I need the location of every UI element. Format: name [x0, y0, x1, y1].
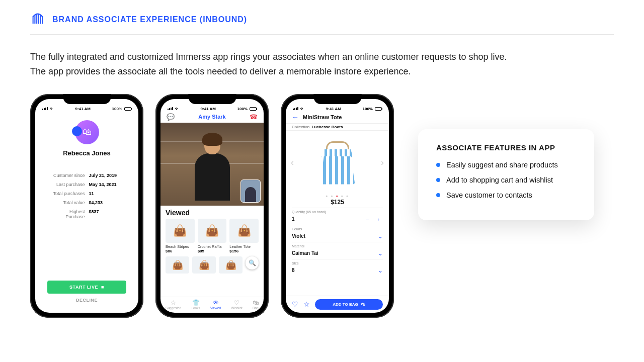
bullet-icon	[436, 193, 440, 197]
favorite-star-icon[interactable]: ☆	[303, 300, 310, 308]
tab-bar: ☆Suggested 👕Looks 👁Viewed ♡Wishlist 🛍Bag	[160, 297, 264, 313]
tab-looks[interactable]: 👕Looks	[191, 299, 200, 310]
product-thumb[interactable]: 👜	[192, 256, 216, 274]
feature-item: Easily suggest and share products	[436, 161, 576, 169]
hangup-icon[interactable]: ☎	[250, 113, 258, 121]
product-card[interactable]: 👜Beach Stripes$86	[166, 219, 195, 253]
phone-notch	[313, 94, 361, 104]
viewed-heading: Viewed	[160, 206, 264, 219]
start-live-button[interactable]: START LIVE■	[47, 281, 126, 294]
features-card: ASSOCIATE FEATURES IN APP Easily suggest…	[418, 129, 594, 220]
phone-notch	[188, 94, 236, 104]
option-material[interactable]: MaterialCaiman Tai⌄	[292, 242, 383, 259]
phone-product-detail: ᯤ 9:41 AM 100% ← MiniStraw Tote Collecti…	[281, 94, 394, 318]
tab-wishlist[interactable]: ♡Wishlist	[231, 299, 242, 310]
phone-customer-profile: ᯤ 9:41 AM 100% 🛍 Rebecca Jones Customer …	[30, 94, 143, 318]
customer-avatar: 🛍	[75, 120, 99, 144]
shopping-bag-icon: 🛍	[83, 127, 92, 137]
status-time: 9:41 AM	[75, 107, 91, 111]
product-thumb[interactable]: 👜	[166, 256, 189, 274]
chevron-right-icon[interactable]: ›	[381, 157, 384, 168]
search-icon: 🔍	[249, 259, 256, 266]
tab-suggested[interactable]: ☆Suggested	[166, 299, 181, 310]
content-row: ᯤ 9:41 AM 100% 🛍 Rebecca Jones Customer …	[30, 94, 614, 318]
back-button[interactable]: ←	[292, 113, 299, 121]
page-header: BRAND ASSOCIATE EXPERIENCE (INBOUND)	[30, 11, 614, 35]
product-collection: Collection Luchesse Boots	[286, 123, 389, 131]
product-image	[317, 141, 358, 185]
search-button[interactable]: 🔍	[246, 256, 259, 269]
bullet-icon	[436, 178, 440, 182]
bag-icon: 🛍	[361, 302, 365, 307]
pip-self-view[interactable]	[240, 179, 261, 203]
phone-notch	[63, 94, 111, 104]
product-thumb[interactable]: 👜	[219, 256, 243, 274]
customer-name: Rebecca Jones	[63, 149, 111, 157]
intro-line-1: The fully integrated and customized Imme…	[30, 50, 614, 64]
page-title: BRAND ASSOCIATE EXPERIENCE (INBOUND)	[52, 15, 247, 24]
viewed-products: 👜Beach Stripes$86 👜Crochet Raffia$85 👜Le…	[160, 219, 264, 253]
feature-item: Add to shopping cart and wishlist	[436, 176, 576, 184]
product-price: $125	[286, 199, 389, 206]
chat-icon[interactable]: 💬	[167, 113, 175, 121]
phones: ᯤ 9:41 AM 100% 🛍 Rebecca Jones Customer …	[30, 94, 394, 318]
add-to-bag-button[interactable]: ADD TO BAG🛍	[315, 299, 383, 310]
chevron-down-icon: ⌄	[378, 233, 383, 240]
quantity-row: Quantity (65 on hand)1 − +	[292, 208, 383, 225]
option-colors[interactable]: ColorsViolet⌄	[292, 225, 383, 242]
product-card[interactable]: 👜Leather Tote$156	[229, 219, 259, 253]
chevron-down-icon: ⌄	[378, 267, 383, 274]
page: BRAND ASSOCIATE EXPERIENCE (INBOUND) The…	[0, 0, 644, 362]
quantity-stepper[interactable]: − +	[366, 217, 383, 223]
video-feed	[160, 123, 264, 206]
product-title: MiniStraw Tote	[303, 114, 342, 120]
option-size[interactable]: Size8⌄	[292, 259, 383, 276]
product-carousel: ‹ ›	[286, 131, 389, 195]
chevron-down-icon: ⌄	[378, 250, 383, 257]
product-card[interactable]: 👜Crochet Raffia$85	[198, 219, 227, 253]
tab-viewed[interactable]: 👁Viewed	[210, 299, 221, 310]
customer-stats: Customer sinceJuly 21, 2019 Last purchas…	[45, 171, 128, 221]
bullet-icon	[436, 163, 440, 167]
chevron-left-icon[interactable]: ‹	[291, 157, 294, 168]
features-title: ASSOCIATE FEATURES IN APP	[436, 143, 576, 152]
wishlist-heart-icon[interactable]: ♡	[292, 300, 298, 308]
tab-bag[interactable]: 🛍Bag	[253, 299, 259, 310]
intro-text: The fully integrated and customized Imme…	[30, 50, 614, 79]
status-battery: 100%	[112, 107, 122, 111]
brand-logo-icon	[30, 11, 45, 28]
video-icon: ■	[101, 285, 104, 290]
decline-button[interactable]: DECLINE	[47, 298, 126, 303]
phone-live-shopping: ᯤ 9:41 AM 100% 💬 Amy Stark ☎ Viewed	[155, 94, 269, 318]
intro-line-2: The app provides the associate all the t…	[30, 64, 614, 79]
caller-name: Amy Stark	[198, 114, 225, 120]
feature-item: Save customer to contacts	[436, 191, 576, 199]
